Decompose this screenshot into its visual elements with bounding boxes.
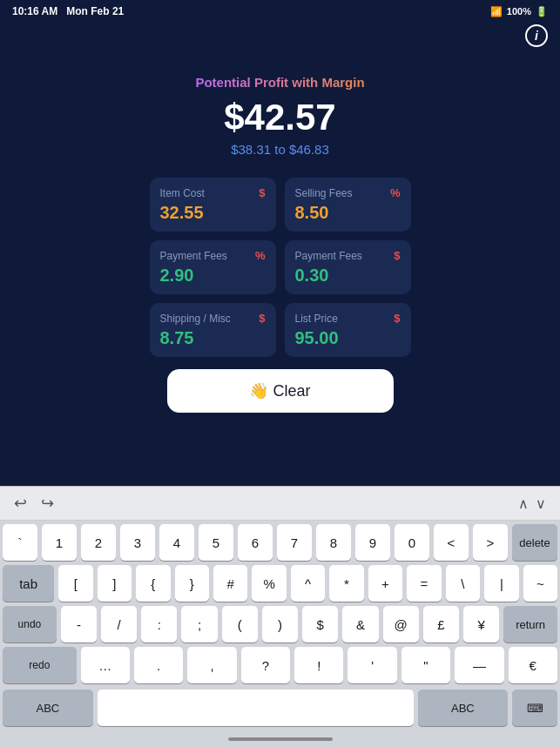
payment-fees-pct-value: 2.90 [160, 266, 266, 286]
key-dollar[interactable]: $ [302, 606, 338, 643]
key-backslash[interactable]: \ [446, 565, 480, 602]
key-euro[interactable]: € [509, 647, 557, 683]
key-4[interactable]: 4 [159, 524, 194, 561]
key-minus[interactable]: - [61, 606, 97, 643]
keyboard-area: ↩ ↪ ∧ ∨ ` 1 2 3 4 5 6 7 8 9 0 < > delete… [0, 486, 560, 747]
key-yen[interactable]: ¥ [463, 606, 499, 643]
key-tilde[interactable]: ~ [523, 565, 557, 602]
tab-key[interactable]: tab [3, 565, 54, 602]
spacebar-key[interactable] [98, 690, 414, 726]
item-cost-cell[interactable]: Item Cost $ 32.55 [150, 178, 276, 232]
key-open-brace[interactable]: { [136, 565, 170, 602]
key-gt[interactable]: > [473, 524, 508, 561]
key-hash[interactable]: # [213, 565, 247, 602]
battery-label: 100% [507, 6, 531, 17]
list-price-cell[interactable]: List Price $ 95.00 [285, 303, 411, 357]
key-percent[interactable]: % [252, 565, 286, 602]
key-5[interactable]: 5 [199, 524, 233, 561]
key-9[interactable]: 9 [355, 524, 390, 561]
key-semicolon[interactable]: ; [181, 606, 217, 643]
list-price-value: 95.00 [295, 328, 401, 348]
shipping-misc-label: Shipping / Misc [160, 313, 231, 325]
profit-range: $38.31 to $46.83 [231, 142, 329, 157]
key-row-4: redo … . , ? ! ' " — € [3, 647, 557, 683]
selling-fees-label: Selling Fees [295, 187, 353, 199]
chevron-down-button[interactable]: ∨ [536, 495, 546, 512]
payment-fees-pct-symbol: % [255, 249, 266, 262]
potential-profit-label: Potential Profit with Margin [195, 75, 364, 90]
key-quote[interactable]: " [401, 647, 450, 683]
selling-fees-cell[interactable]: Selling Fees % 8.50 [285, 178, 411, 232]
item-cost-symbol: $ [259, 186, 265, 199]
key-0[interactable]: 0 [395, 524, 429, 561]
key-3[interactable]: 3 [120, 524, 155, 561]
key-open-bracket[interactable]: [ [58, 565, 92, 602]
key-comma[interactable]: , [187, 647, 236, 683]
chevron-up-button[interactable]: ∧ [518, 495, 529, 512]
key-2[interactable]: 2 [81, 524, 116, 561]
key-apostrophe[interactable]: ' [347, 647, 396, 683]
toolbar-left: ↩ ↪ [14, 494, 54, 513]
info-button[interactable]: i [525, 24, 548, 47]
status-bar: 10:16 AM Mon Feb 21 📶 100% 🔋 [0, 0, 560, 23]
key-1[interactable]: 1 [42, 524, 77, 561]
shipping-misc-cell[interactable]: Shipping / Misc $ 8.75 [150, 303, 276, 357]
key-pound[interactable]: £ [423, 606, 459, 643]
key-at[interactable]: @ [383, 606, 419, 643]
key-ellipsis[interactable]: … [81, 647, 130, 683]
shipping-misc-value: 8.75 [160, 328, 266, 348]
undo-key[interactable]: undo [3, 606, 57, 643]
selling-fees-symbol: % [390, 186, 401, 199]
payment-fees-pct-cell[interactable]: Payment Fees % 2.90 [150, 240, 276, 294]
key-slash[interactable]: / [101, 606, 137, 643]
key-question[interactable]: ? [241, 647, 290, 683]
undo-icon[interactable]: ↩ [14, 494, 27, 513]
key-row-1: ` 1 2 3 4 5 6 7 8 9 0 < > delete [3, 524, 557, 561]
key-colon[interactable]: : [141, 606, 177, 643]
keyboard-icon-key[interactable]: ⌨ [512, 690, 557, 726]
list-price-label: List Price [295, 313, 338, 325]
battery-icon: 🔋 [536, 6, 548, 17]
key-6[interactable]: 6 [238, 524, 273, 561]
keyboard-bottom-row: ABC ABC ⌨ [0, 690, 560, 731]
key-close-brace[interactable]: } [175, 565, 209, 602]
list-price-symbol: $ [394, 312, 400, 325]
toolbar-right: ∧ ∨ [518, 495, 546, 512]
payment-fees-dollar-cell[interactable]: Payment Fees $ 0.30 [285, 240, 411, 294]
input-grid: Item Cost $ 32.55 Selling Fees % 8.50 Pa… [150, 178, 411, 357]
key-emdash[interactable]: — [455, 647, 503, 683]
key-plus[interactable]: + [368, 565, 402, 602]
wifi-icon: 📶 [490, 6, 503, 17]
key-exclaim[interactable]: ! [294, 647, 343, 683]
delete-key[interactable]: delete [512, 524, 557, 561]
abc-left-key[interactable]: ABC [3, 690, 93, 726]
key-7[interactable]: 7 [277, 524, 312, 561]
payment-fees-dollar-value: 0.30 [295, 266, 401, 286]
keyboard-toolbar: ↩ ↪ ∧ ∨ [0, 487, 560, 521]
status-time-date: 10:16 AM Mon Feb 21 [12, 5, 124, 17]
redo-icon[interactable]: ↪ [41, 494, 54, 513]
selling-fees-value: 8.50 [295, 203, 401, 223]
home-bar [228, 737, 333, 741]
key-period[interactable]: . [134, 647, 183, 683]
clear-button[interactable]: 👋 Clear [167, 369, 394, 413]
key-pipe[interactable]: | [484, 565, 518, 602]
key-row-2: tab [ ] { } # % ^ * + = \ | ~ [3, 565, 557, 602]
payment-fees-dollar-symbol: $ [394, 249, 400, 262]
key-ampersand[interactable]: & [342, 606, 378, 643]
abc-right-key[interactable]: ABC [418, 690, 509, 726]
key-asterisk[interactable]: * [329, 565, 363, 602]
key-backtick[interactable]: ` [3, 524, 37, 561]
key-equals[interactable]: = [407, 565, 441, 602]
home-indicator [0, 731, 560, 747]
redo-key[interactable]: redo [3, 647, 77, 683]
key-open-paren[interactable]: ( [222, 606, 258, 643]
key-close-bracket[interactable]: ] [98, 565, 132, 602]
key-caret[interactable]: ^ [291, 565, 325, 602]
return-key[interactable]: return [503, 606, 557, 643]
key-lt[interactable]: < [434, 524, 469, 561]
key-8[interactable]: 8 [316, 524, 351, 561]
payment-fees-dollar-label: Payment Fees [295, 250, 362, 262]
key-close-paren[interactable]: ) [262, 606, 298, 643]
key-row-3: undo - / : ; ( ) $ & @ £ ¥ return [3, 606, 557, 643]
